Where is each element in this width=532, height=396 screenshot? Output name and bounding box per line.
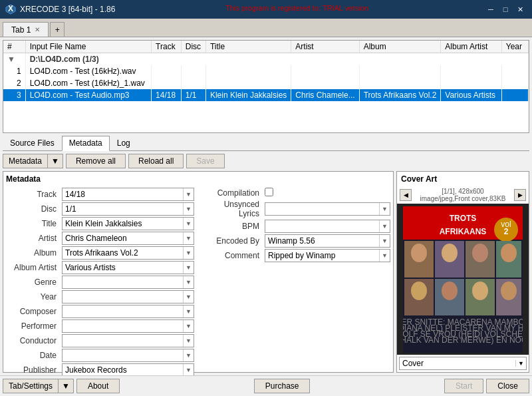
- metadata-area: Metadata Track▼Disc▼Title▼Artist▼Album▼A…: [0, 171, 532, 375]
- field-input-title[interactable]: [63, 219, 183, 228]
- field-dropdown-arrow[interactable]: ▼: [183, 364, 194, 375]
- field-label: Disc: [6, 204, 59, 214]
- field-dropdown-arrow[interactable]: ▼: [183, 203, 194, 215]
- field-label: Conductor: [6, 336, 59, 345]
- remove-all-button[interactable]: Remove all: [66, 154, 126, 168]
- table-row[interactable]: 2 LO4D.com - Test (16kHz)_1.wav: [3, 77, 529, 89]
- svg-text:WY VLAG (SCHALK VAN DER MERWE): WY VLAG (SCHALK VAN DER MERWE) EN NOG VE…: [403, 335, 523, 345]
- field-input-artist[interactable]: [63, 234, 183, 243]
- start-button[interactable]: Start: [444, 379, 483, 393]
- field-input-unsynced-lyrics[interactable]: [265, 204, 379, 214]
- svg-point-19: [472, 244, 488, 262]
- field-dropdown-arrow[interactable]: ▼: [183, 188, 194, 200]
- cover-prev-button[interactable]: ◀: [400, 189, 412, 201]
- field-input-wrap: ▼: [62, 232, 194, 245]
- field-dropdown-arrow[interactable]: ▼: [183, 232, 194, 244]
- field-dropdown-arrow[interactable]: ▼: [379, 235, 390, 247]
- field-label: BPM: [202, 222, 262, 231]
- field-dropdown-arrow[interactable]: ▼: [379, 250, 390, 262]
- svg-text:TROTS: TROTS: [450, 214, 477, 223]
- add-tab-button[interactable]: +: [50, 22, 65, 37]
- field-input-performer[interactable]: [63, 321, 183, 331]
- metadata-dropdown[interactable]: Metadata ▼: [3, 154, 63, 168]
- field-input-year[interactable]: [63, 292, 183, 301]
- file-list-container[interactable]: # Input File Name Track Disc Title Artis…: [3, 40, 529, 133]
- field-input-wrap: ▼: [265, 249, 390, 262]
- field-input-wrap: ▼: [62, 217, 194, 230]
- field-input-wrap: ▼: [62, 334, 194, 347]
- field-input-date[interactable]: [63, 351, 183, 360]
- tab-metadata[interactable]: Metadata: [62, 136, 110, 151]
- field-input-composer[interactable]: [63, 307, 183, 316]
- metadata-dropdown-arrow[interactable]: ▼: [48, 154, 63, 168]
- field-input-disc[interactable]: [63, 204, 183, 214]
- tab-1[interactable]: Tab 1 ✕: [3, 22, 49, 37]
- tab-close-icon[interactable]: ✕: [35, 26, 40, 33]
- app-title: XRECODE 3 [64-bit] - 1.86: [20, 5, 115, 14]
- tab-settings-dropdown[interactable]: Tab/Settings ▼: [3, 379, 74, 393]
- metadata-field-row: Date▼: [6, 349, 194, 362]
- svg-text:X: X: [8, 4, 13, 13]
- cover-next-button[interactable]: ▶: [514, 189, 526, 201]
- purchase-button[interactable]: Purchase: [254, 379, 311, 393]
- cover-art-nav-info: [1/1], 428x600: [420, 188, 506, 195]
- metadata-field-row: Composer▼: [6, 305, 194, 318]
- save-button[interactable]: Save: [186, 154, 224, 168]
- field-input-comment[interactable]: [265, 251, 379, 260]
- field-input-conductor[interactable]: [63, 336, 183, 345]
- field-dropdown-arrow[interactable]: ▼: [379, 220, 390, 232]
- field-dropdown-arrow[interactable]: ▼: [183, 291, 194, 303]
- metadata-field-row: BPM▼: [202, 220, 390, 233]
- compilation-checkbox-wrap: [265, 188, 390, 198]
- svg-point-21: [411, 282, 427, 300]
- col-filename: Input File Name: [25, 41, 151, 53]
- maximize-button[interactable]: □: [499, 3, 512, 16]
- table-row[interactable]: ▼D:\LO4D.com (1/3): [3, 53, 529, 66]
- cover-type-arrow[interactable]: ▼: [515, 360, 526, 367]
- registration-text: This program is registered to: TRIAL ver…: [225, 4, 374, 15]
- field-dropdown-arrow[interactable]: ▼: [183, 218, 194, 230]
- metadata-field-row: Title▼: [6, 217, 194, 230]
- table-row[interactable]: 1 LO4D.com - Test (16kHz).wav: [3, 65, 529, 77]
- cover-art-nav: ◀ [1/1], 428x600 image/jpeg,Front cover,…: [397, 186, 529, 204]
- field-input-album[interactable]: [63, 248, 183, 258]
- tab-source-files[interactable]: Source Files: [3, 136, 62, 150]
- field-input-encoded-by[interactable]: [265, 236, 379, 246]
- col-num: #: [3, 41, 25, 53]
- window-controls: ─ □ ✕: [484, 3, 527, 16]
- col-year: Year: [501, 41, 528, 53]
- field-dropdown-arrow[interactable]: ▼: [379, 203, 390, 215]
- field-dropdown-arrow[interactable]: ▼: [183, 305, 194, 317]
- field-input-publisher[interactable]: [63, 365, 183, 375]
- close-button[interactable]: ✕: [513, 3, 527, 16]
- field-label: Genre: [6, 278, 59, 287]
- compilation-checkbox[interactable]: [265, 188, 273, 196]
- field-input-album-artist[interactable]: [63, 263, 183, 272]
- field-input-genre[interactable]: [63, 278, 183, 287]
- main-content: # Input File Name Track Disc Title Artis…: [0, 37, 532, 396]
- field-input-wrap: ▼: [62, 305, 194, 318]
- field-dropdown-arrow[interactable]: ▼: [183, 276, 194, 288]
- field-dropdown-arrow[interactable]: ▼: [183, 262, 194, 274]
- right-fields: CompilationUnsynced Lyrics▼BPM▼Encoded B…: [202, 188, 390, 262]
- field-dropdown-arrow[interactable]: ▼: [183, 349, 194, 361]
- minimize-button[interactable]: ─: [484, 3, 497, 16]
- close-button-bottom[interactable]: Close: [486, 379, 529, 393]
- field-dropdown-arrow[interactable]: ▼: [183, 335, 194, 347]
- field-label: Encoded By: [202, 236, 262, 246]
- bottom-bar: Tab/Settings ▼ About Purchase Start Clos…: [0, 375, 532, 396]
- table-row[interactable]: 3 LO4D.com - Test Audio.mp3 14/18 1/1 Kl…: [3, 89, 529, 101]
- field-input-wrap: ▼: [265, 202, 390, 216]
- field-input-bpm[interactable]: [265, 222, 379, 231]
- reload-all-button[interactable]: Reload all: [128, 154, 184, 168]
- tab-log[interactable]: Log: [110, 136, 138, 150]
- field-label: Comment: [202, 251, 262, 260]
- svg-text:2: 2: [504, 227, 509, 236]
- field-dropdown-arrow[interactable]: ▼: [183, 320, 194, 332]
- field-label: Date: [6, 351, 59, 360]
- about-button[interactable]: About: [76, 379, 120, 393]
- field-dropdown-arrow[interactable]: ▼: [183, 247, 194, 259]
- cover-type-select[interactable]: Cover ▼: [399, 357, 527, 370]
- tab-settings-arrow[interactable]: ▼: [59, 379, 73, 393]
- field-input-track[interactable]: [63, 190, 183, 199]
